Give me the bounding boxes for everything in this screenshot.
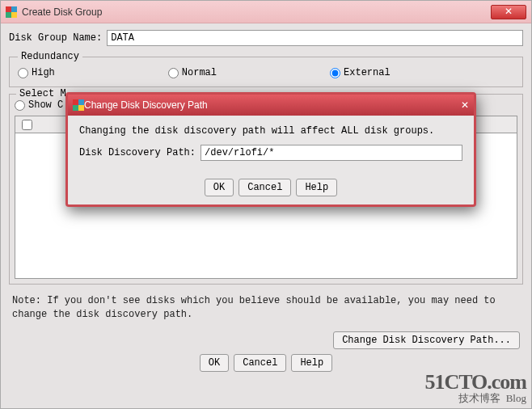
redundancy-normal[interactable]: Normal bbox=[168, 67, 217, 78]
main-close-button[interactable]: ✕ bbox=[491, 5, 526, 19]
dialog-ok-button[interactable]: OK bbox=[205, 179, 234, 196]
main-title: Create Disk Group bbox=[22, 6, 102, 18]
svg-rect-6 bbox=[73, 105, 78, 111]
svg-rect-7 bbox=[78, 105, 84, 111]
svg-rect-3 bbox=[11, 12, 17, 18]
dialog-help-button[interactable]: Help bbox=[296, 179, 337, 196]
main-ok-button[interactable]: OK bbox=[200, 354, 229, 372]
dialog-app-icon bbox=[73, 99, 84, 111]
app-icon bbox=[6, 6, 17, 18]
change-discovery-path-button[interactable]: Change Disk Discovery Path... bbox=[333, 331, 520, 349]
svg-rect-1 bbox=[11, 6, 17, 12]
dialog-titlebar: Change Disk Discovery Path ✕ bbox=[68, 95, 474, 116]
select-all-checkbox[interactable] bbox=[22, 120, 32, 130]
svg-rect-2 bbox=[6, 12, 11, 18]
dialog-button-row: OK Cancel Help bbox=[79, 179, 462, 196]
disk-group-name-label: Disk Group Name: bbox=[9, 32, 102, 44]
svg-rect-0 bbox=[6, 6, 11, 12]
dialog-close-button[interactable]: ✕ bbox=[461, 99, 469, 111]
disk-group-name-input[interactable] bbox=[107, 30, 523, 46]
redundancy-group: Redundancy High Normal External bbox=[9, 51, 523, 87]
member-disks-legend: Select M bbox=[16, 88, 70, 99]
redundancy-high[interactable]: High bbox=[18, 67, 55, 78]
dialog-cancel-button[interactable]: Cancel bbox=[239, 179, 291, 196]
dialog-title: Change Disk Discovery Path bbox=[84, 99, 208, 111]
redundancy-legend: Redundancy bbox=[18, 51, 82, 62]
main-help-button[interactable]: Help bbox=[291, 354, 332, 372]
discovery-path-label: Disk Discovery Path: bbox=[79, 147, 196, 158]
change-path-dialog: Change Disk Discovery Path ✕ Changing th… bbox=[65, 92, 476, 207]
discovery-path-input[interactable] bbox=[201, 145, 462, 161]
redundancy-external[interactable]: External bbox=[330, 67, 391, 78]
svg-rect-5 bbox=[78, 99, 84, 105]
main-button-row: OK Cancel Help bbox=[9, 354, 523, 372]
svg-rect-4 bbox=[73, 99, 78, 105]
main-titlebar: Create Disk Group ✕ bbox=[1, 1, 531, 23]
main-cancel-button[interactable]: Cancel bbox=[234, 354, 286, 372]
note-text: Note: If you don't see disks which you b… bbox=[12, 294, 520, 322]
dialog-warning-text: Changing the disk discovery path will af… bbox=[79, 125, 462, 137]
